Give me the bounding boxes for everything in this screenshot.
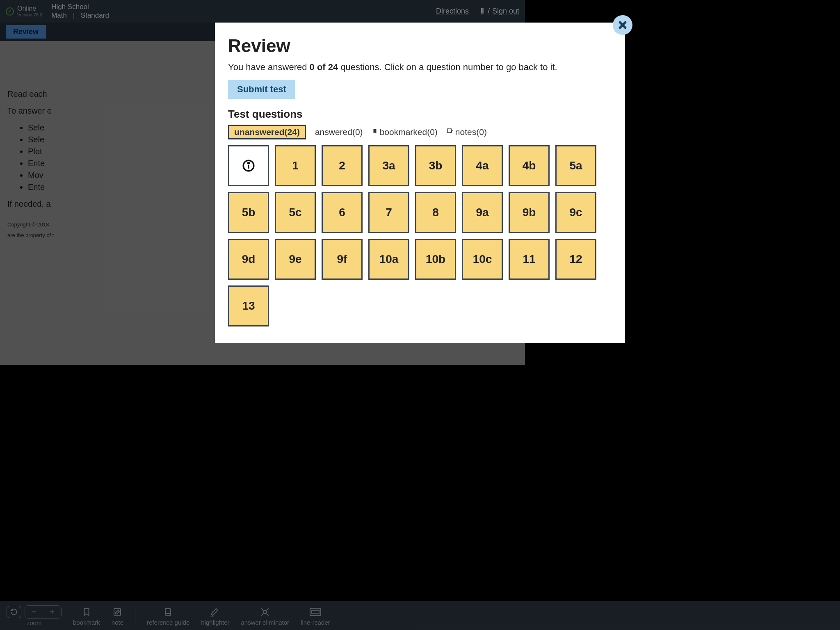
note-icon: [447, 128, 453, 136]
question-tile[interactable]: 1: [275, 145, 316, 186]
question-tile[interactable]: 10a: [368, 239, 409, 280]
question-tile[interactable]: 3b: [415, 145, 456, 186]
question-tile[interactable]: 10b: [415, 239, 456, 280]
section-title: Test questions: [228, 108, 525, 121]
review-modal: Review You have answered 0 of 24 questio…: [215, 23, 525, 343]
question-tile[interactable]: 5b: [228, 192, 269, 233]
question-tile[interactable]: 9e: [275, 239, 316, 280]
question-tile[interactable]: 9b: [509, 192, 525, 233]
filter-answered[interactable]: answered(0): [315, 127, 363, 137]
submit-test-button[interactable]: Submit test: [228, 80, 295, 99]
question-tile[interactable]: 5c: [275, 192, 316, 233]
question-tile[interactable]: 9a: [462, 192, 503, 233]
question-tile[interactable]: 10c: [462, 239, 503, 280]
question-tile[interactable]: 6: [322, 192, 363, 233]
modal-subtitle: You have answered 0 of 24 questions. Cli…: [228, 62, 525, 73]
filter-notes[interactable]: notes(0): [447, 127, 487, 137]
filter-row: unanswered(24) answered(0) bookmarked(0)…: [228, 125, 525, 139]
question-tile[interactable]: 13: [228, 285, 269, 326]
filter-bookmarked[interactable]: bookmarked(0): [372, 127, 438, 137]
question-tile[interactable]: 9d: [228, 239, 269, 280]
modal-title: Review: [228, 36, 525, 56]
answered-count: 0 of 24: [310, 62, 338, 72]
filter-unanswered[interactable]: unanswered(24): [228, 125, 306, 139]
info-tile[interactable]: [228, 145, 269, 186]
question-tile[interactable]: 9f: [322, 239, 363, 280]
svg-point-9: [248, 162, 249, 164]
modal-overlay: Review You have answered 0 of 24 questio…: [0, 0, 525, 394]
question-tile[interactable]: 7: [368, 192, 409, 233]
question-tile[interactable]: 3a: [368, 145, 409, 186]
question-tile[interactable]: 2: [322, 145, 363, 186]
question-grid: 123a3b4a4b5a5b5c6789a9b9c9d9e9f10a10b10c…: [228, 145, 525, 326]
question-tile[interactable]: 4b: [509, 145, 525, 186]
bookmark-icon: [372, 128, 378, 136]
question-tile[interactable]: 4a: [462, 145, 503, 186]
question-tile[interactable]: 8: [415, 192, 456, 233]
question-tile[interactable]: 11: [509, 239, 525, 280]
